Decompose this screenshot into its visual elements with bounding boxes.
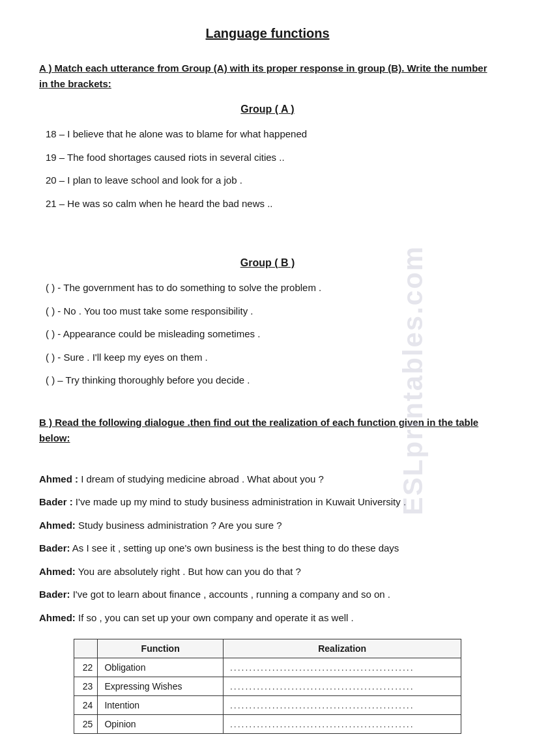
group-a-items: 18 – I believe that he alone was to blam… xyxy=(39,126,496,212)
table-body: 22Obligation............................… xyxy=(74,658,461,734)
table-row: 24Intention.............................… xyxy=(74,696,461,715)
group-b-section: Group ( B ) ( ) - The government has to … xyxy=(39,257,496,389)
group-b-item: ( ) - Sure . I'll keep my eyes on them . xyxy=(46,349,496,366)
dialogue-line: Bader: I've got to learn about finance ,… xyxy=(39,586,496,603)
dialogue-line: Ahmed: You are absolutely right . But ho… xyxy=(39,563,496,580)
row-function: Obligation xyxy=(98,658,224,677)
row-number: 23 xyxy=(74,677,98,696)
section-b-heading: B ) Read the following dialogue .then fi… xyxy=(39,415,496,446)
dialogue-line: Bader: As I see it , setting up one's ow… xyxy=(39,540,496,557)
dialogue-line: Ahmed: Study business administration ? A… xyxy=(39,517,496,534)
row-number: 25 xyxy=(74,715,98,734)
group-b-item: ( ) - The government has to do something… xyxy=(46,279,496,296)
group-b-title: Group ( B ) xyxy=(39,257,496,269)
table-row: 22Obligation............................… xyxy=(74,658,461,677)
row-function: Expressing Wishes xyxy=(98,677,224,696)
group-a-item: 18 – I believe that he alone was to blam… xyxy=(46,126,496,143)
row-realization: ........................................… xyxy=(223,696,461,715)
group-a-title: Group ( A ) xyxy=(39,104,496,115)
page-title: Language functions xyxy=(39,26,496,41)
group-a-item: 21 – He was so calm when he heard the ba… xyxy=(46,195,496,212)
dialogue-line: Ahmed: If so , you can set up your own c… xyxy=(39,609,496,626)
row-realization: ........................................… xyxy=(223,715,461,734)
row-realization: ........................................… xyxy=(223,658,461,677)
table-num-header xyxy=(74,639,98,658)
dialogue: Ahmed : I dream of studying medicine abr… xyxy=(39,471,496,626)
section-a-heading: A ) Match each utterance from Group (A) … xyxy=(39,61,496,92)
row-realization: ........................................… xyxy=(223,677,461,696)
group-b-item: ( ) - No . You too must take some respon… xyxy=(46,303,496,320)
group-a-item: 19 – The food shortages caused riots in … xyxy=(46,149,496,166)
function-table: Function Realization 22Obligation.......… xyxy=(74,639,462,734)
table-row: 23Expressing Wishes.....................… xyxy=(74,677,461,696)
group-a-item: 20 – I plan to leave school and look for… xyxy=(46,172,496,189)
row-number: 24 xyxy=(74,696,98,715)
group-b-item: ( ) – Try thinking thoroughly before you… xyxy=(46,372,496,389)
row-function: Intention xyxy=(98,696,224,715)
dialogue-line: Bader : I've made up my mind to study bu… xyxy=(39,494,496,511)
table-realization-header: Realization xyxy=(223,639,461,658)
group-b-item: ( ) - Appearance could be misleading som… xyxy=(46,326,496,343)
group-b-items: ( ) - The government has to do something… xyxy=(39,279,496,389)
dialogue-line: Ahmed : I dream of studying medicine abr… xyxy=(39,471,496,488)
section-b: B ) Read the following dialogue .then fi… xyxy=(39,415,496,735)
table-row: 25Opinion...............................… xyxy=(74,715,461,734)
table-function-header: Function xyxy=(98,639,224,658)
section-a: A ) Match each utterance from Group (A) … xyxy=(39,61,496,389)
row-number: 22 xyxy=(74,658,98,677)
row-function: Opinion xyxy=(98,715,224,734)
